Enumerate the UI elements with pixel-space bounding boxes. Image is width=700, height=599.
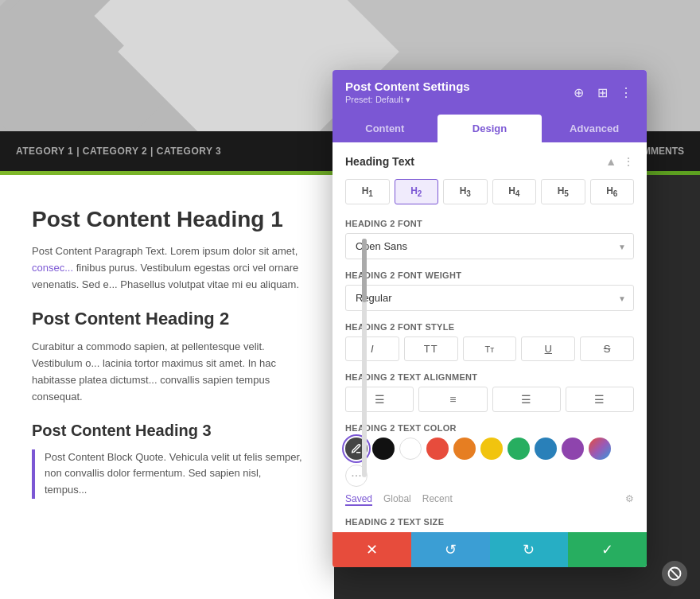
font-select[interactable]: Open Sans Arial Georgia <box>345 233 634 259</box>
panel-title-area: Post Content Settings Preset: Default ▾ <box>345 80 470 105</box>
section-icons: ▲ ⋮ <box>605 155 634 168</box>
panel-header-icons: ⊕ ⊞ ⋮ <box>570 85 634 100</box>
color-label: Heading 2 Text Color <box>345 423 634 433</box>
svg-rect-2 <box>212 0 334 130</box>
panel-title: Post Content Settings <box>345 80 470 93</box>
scroll-thumb[interactable] <box>362 239 367 302</box>
font-field-group: Heading 2 Font Open Sans Arial Georgia <box>345 219 634 259</box>
font-weight-select[interactable]: Regular Bold Light <box>345 285 634 311</box>
font-weight-field-group: Heading 2 Font Weight Regular Bold Light <box>345 270 634 311</box>
h3-tab[interactable]: H3 <box>443 179 488 204</box>
color-white[interactable] <box>399 438 422 460</box>
redo-button[interactable]: ↻ <box>490 532 569 567</box>
align-justify-button[interactable]: ☰ <box>566 387 634 412</box>
h2-tab[interactable]: H2 <box>395 179 439 204</box>
blockquote-text: Post Content Block Quote. Vehicula velit… <box>45 449 302 499</box>
panel-header: Post Content Settings Preset: Default ▾ … <box>332 70 647 115</box>
caps2-button[interactable]: Tт <box>463 336 517 361</box>
h6-tab[interactable]: H6 <box>590 179 635 204</box>
tab-design[interactable]: Design <box>438 115 542 142</box>
cancel-button[interactable]: ✕ <box>332 532 411 567</box>
blockquote-bar <box>32 449 35 499</box>
content-heading-1: Post Content Heading 1 <box>32 207 302 232</box>
section-more-icon[interactable]: ⋮ <box>623 155 634 168</box>
undo-button[interactable]: ↺ <box>411 532 490 567</box>
color-settings-icon[interactable]: ⚙ <box>625 493 634 506</box>
color-blue[interactable] <box>535 438 557 460</box>
color-gradient[interactable] <box>589 438 611 460</box>
color-orange[interactable] <box>453 438 476 460</box>
block-icon[interactable] <box>662 561 687 586</box>
text-alignment-field-group: Heading 2 Text Alignment ☰ ≡ ☰ ☰ <box>345 372 634 412</box>
style-buttons: I TT Tт U S <box>345 336 634 361</box>
panel-footer: ✕ ↺ ↻ ✓ <box>332 532 647 567</box>
italic-button[interactable]: I <box>345 336 399 361</box>
align-right-button[interactable]: ☰ <box>492 387 561 412</box>
layout-icon[interactable]: ⊞ <box>594 85 610 100</box>
font-style-field-group: Heading 2 Font Style I TT Tт U S <box>345 322 634 361</box>
alignment-label: Heading 2 Text Alignment <box>345 372 634 382</box>
scroll-bar[interactable] <box>362 239 367 477</box>
confirm-button[interactable]: ✓ <box>568 532 647 567</box>
strikethrough-button[interactable]: S <box>580 336 634 361</box>
collapse-icon[interactable]: ▲ <box>605 155 616 168</box>
align-center-button[interactable]: ≡ <box>418 387 487 412</box>
section-header: Heading Text ▲ ⋮ <box>345 155 634 168</box>
settings-target-icon[interactable]: ⊕ <box>570 85 586 100</box>
nav-categories: ATEGORY 1 | CATEGORY 2 | CATEGORY 3 <box>16 146 221 157</box>
color-green[interactable] <box>508 438 530 460</box>
color-tabs: Saved Global Recent ⚙ <box>345 493 634 506</box>
content-paragraph-2: Curabitur a commodo sapien, at pellentes… <box>32 339 302 405</box>
color-swatches: ··· <box>345 438 634 487</box>
font-label: Heading 2 Font <box>345 219 634 228</box>
content-link[interactable]: consec... <box>32 262 73 274</box>
color-tab-global[interactable]: Global <box>383 493 411 506</box>
color-red[interactable] <box>426 438 449 460</box>
h5-tab[interactable]: H5 <box>541 179 585 204</box>
blockquote-wrapper: Post Content Block Quote. Vehicula velit… <box>32 449 302 499</box>
heading-tabs: H1 H2 H3 H4 H5 H6 <box>345 179 634 204</box>
content-heading-2: Post Content Heading 2 <box>32 309 302 329</box>
align-left-button[interactable]: ☰ <box>345 387 414 412</box>
content-area: Post Content Heading 1 Post Content Para… <box>0 175 334 599</box>
h1-tab[interactable]: H1 <box>345 179 390 204</box>
content-paragraph-1: Post Content Paragraph Text. Lorem ipsum… <box>32 243 302 293</box>
caps-button[interactable]: TT <box>404 336 458 361</box>
more-options-icon[interactable]: ⋮ <box>618 85 634 100</box>
font-weight-select-wrapper: Regular Bold Light <box>345 285 634 311</box>
panel-tabs: Content Design Advanced <box>332 115 647 142</box>
section-title: Heading Text <box>345 155 414 168</box>
tab-content[interactable]: Content <box>332 115 438 142</box>
font-select-wrapper: Open Sans Arial Georgia <box>345 233 634 259</box>
settings-panel: Post Content Settings Preset: Default ▾ … <box>332 70 647 567</box>
tab-advanced[interactable]: Advanced <box>542 115 647 142</box>
content-heading-3: Post Content Heading 3 <box>32 422 302 440</box>
underline-button[interactable]: U <box>521 336 575 361</box>
color-tab-saved[interactable]: Saved <box>345 493 372 506</box>
size-label: Heading 2 Text Size <box>345 517 634 527</box>
color-tab-recent[interactable]: Recent <box>422 493 453 506</box>
panel-preset[interactable]: Preset: Default ▾ <box>345 95 470 105</box>
font-style-label: Heading 2 Font Style <box>345 322 634 332</box>
align-buttons: ☰ ≡ ☰ ☰ <box>345 387 634 412</box>
color-yellow[interactable] <box>480 438 503 460</box>
color-black[interactable] <box>372 438 395 460</box>
h4-tab[interactable]: H4 <box>492 179 537 204</box>
font-weight-label: Heading 2 Font Weight <box>345 270 634 280</box>
svg-rect-0 <box>0 0 196 131</box>
panel-body: Heading Text ▲ ⋮ H1 H2 H3 H4 H5 H6 Headi… <box>332 142 647 532</box>
text-size-field-group: Heading 2 Text Size <box>345 517 634 527</box>
svg-line-4 <box>671 570 679 578</box>
color-purple[interactable] <box>562 438 584 460</box>
text-color-field-group: Heading 2 Text Color ··· Save <box>345 423 634 506</box>
